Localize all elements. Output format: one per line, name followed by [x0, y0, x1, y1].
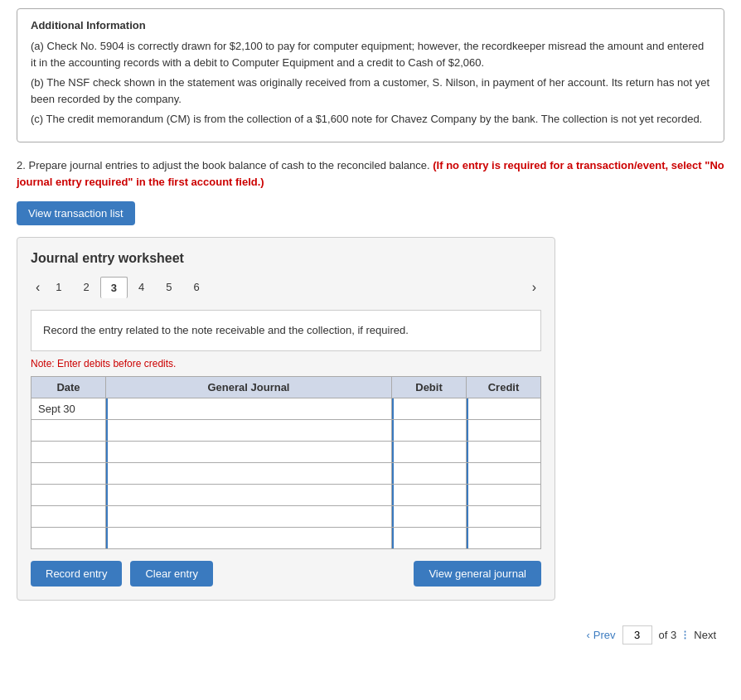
credit-input-3[interactable]: [467, 442, 540, 462]
tab-2[interactable]: 2: [73, 276, 100, 298]
tab-3[interactable]: 3: [100, 277, 128, 298]
debit-cell-5[interactable]: [392, 484, 467, 505]
instruction-box: Record the entry related to the note rec…: [31, 310, 541, 351]
credit-input-4[interactable]: [467, 463, 540, 484]
debit-cell-6[interactable]: [392, 505, 467, 527]
table-row: [31, 419, 541, 441]
journal-cell-5[interactable]: [106, 484, 392, 505]
tab-1[interactable]: 1: [45, 276, 72, 298]
credit-input-2[interactable]: [467, 420, 540, 441]
debit-cell-1[interactable]: [392, 398, 467, 419]
date-cell-2: [31, 419, 106, 441]
worksheet-title: Journal entry worksheet: [31, 251, 541, 266]
prev-button[interactable]: ‹ Prev: [587, 629, 616, 641]
debit-input-7[interactable]: [392, 528, 466, 548]
table-row: Sept 30: [31, 398, 541, 419]
credit-input-6[interactable]: [467, 506, 540, 527]
additional-info-box: Additional Information (a) Check No. 590…: [17, 8, 724, 142]
tab-6[interactable]: 6: [183, 276, 211, 298]
debit-input-6[interactable]: [392, 506, 466, 527]
journal-cell-7[interactable]: [106, 527, 392, 548]
table-row: [31, 505, 541, 527]
journal-cell-1[interactable]: [106, 398, 392, 419]
question-number: 2.: [17, 159, 26, 171]
journal-input-7[interactable]: [106, 528, 391, 548]
additional-info-title: Additional Information: [31, 19, 710, 31]
credit-cell-2[interactable]: [467, 419, 541, 441]
additional-info-item-c: (c) The credit memorandum (CM) is from t…: [31, 111, 710, 128]
footer-nav: ‹ Prev of 3 ⁝ Next: [17, 625, 724, 644]
credit-cell-4[interactable]: [467, 462, 541, 484]
credit-cell-7[interactable]: [467, 527, 541, 548]
debit-input-5[interactable]: [392, 485, 466, 505]
table-row: [31, 441, 541, 462]
credit-cell-5[interactable]: [467, 484, 541, 505]
credit-cell-1[interactable]: [467, 398, 541, 419]
date-cell-3: [31, 441, 106, 462]
journal-input-5[interactable]: [106, 485, 391, 505]
table-row: [31, 527, 541, 548]
table-row: [31, 462, 541, 484]
date-cell-1: Sept 30: [31, 398, 106, 419]
debit-input-1[interactable]: [392, 398, 466, 419]
note-text: Note: Enter debits before credits.: [31, 358, 541, 369]
journal-cell-2[interactable]: [106, 419, 392, 441]
additional-info-item-a: (a) Check No. 5904 is correctly drawn fo…: [31, 38, 710, 70]
col-header-journal: General Journal: [106, 376, 392, 398]
debit-cell-2[interactable]: [392, 419, 467, 441]
col-header-debit: Debit: [392, 376, 467, 398]
bottom-buttons: Record entry Clear entry View general jo…: [31, 561, 541, 587]
journal-cell-6[interactable]: [106, 505, 392, 527]
table-row: [31, 484, 541, 505]
of-text: of 3: [659, 629, 677, 641]
view-transaction-list-button[interactable]: View transaction list: [17, 201, 135, 225]
prev-arrow-icon: ‹: [587, 629, 590, 641]
debit-cell-3[interactable]: [392, 441, 467, 462]
debit-input-4[interactable]: [392, 463, 466, 484]
tab-prev-arrow[interactable]: ‹: [31, 278, 45, 297]
credit-input-7[interactable]: [467, 528, 540, 548]
journal-input-4[interactable]: [106, 463, 391, 484]
journal-input-1[interactable]: [106, 398, 391, 419]
question-text: 2. Prepare journal entries to adjust the…: [17, 157, 724, 192]
debit-cell-4[interactable]: [392, 462, 467, 484]
additional-info-item-b: (b) The NSF check shown in the statement…: [31, 75, 710, 107]
page-number-input[interactable]: [622, 625, 652, 644]
credit-cell-3[interactable]: [467, 441, 541, 462]
journal-input-6[interactable]: [106, 506, 391, 527]
journal-cell-4[interactable]: [106, 462, 392, 484]
debit-cell-7[interactable]: [392, 527, 467, 548]
date-cell-4: [31, 462, 106, 484]
credit-input-1[interactable]: [467, 398, 540, 419]
journal-table: Date General Journal Debit Credit Sept 3…: [31, 376, 541, 549]
date-cell-6: [31, 505, 106, 527]
clear-entry-button[interactable]: Clear entry: [130, 561, 213, 587]
prev-label: Prev: [593, 629, 616, 641]
question-body: Prepare journal entries to adjust the bo…: [28, 159, 433, 171]
credit-input-5[interactable]: [467, 485, 540, 505]
instruction-text: Record the entry related to the note rec…: [43, 324, 409, 336]
credit-cell-6[interactable]: [467, 505, 541, 527]
debit-input-2[interactable]: [392, 420, 466, 441]
date-cell-7: [31, 527, 106, 548]
tab-4[interactable]: 4: [128, 276, 155, 298]
journal-input-3[interactable]: [106, 442, 391, 462]
grid-icon[interactable]: ⁝: [683, 627, 687, 643]
tab-next-arrow[interactable]: ›: [527, 278, 541, 297]
col-header-date: Date: [31, 376, 106, 398]
debit-input-3[interactable]: [392, 442, 466, 462]
journal-input-2[interactable]: [106, 420, 391, 441]
tabs-row: ‹ 1 2 3 4 5 6 ›: [31, 276, 541, 298]
tab-5[interactable]: 5: [155, 276, 182, 298]
next-button[interactable]: Next: [694, 629, 716, 641]
date-cell-5: [31, 484, 106, 505]
journal-entry-worksheet: Journal entry worksheet ‹ 1 2 3 4 5 6 › …: [17, 237, 555, 601]
journal-cell-3[interactable]: [106, 441, 392, 462]
view-general-journal-button[interactable]: View general journal: [414, 561, 541, 587]
record-entry-button[interactable]: Record entry: [31, 561, 122, 587]
col-header-credit: Credit: [467, 376, 541, 398]
